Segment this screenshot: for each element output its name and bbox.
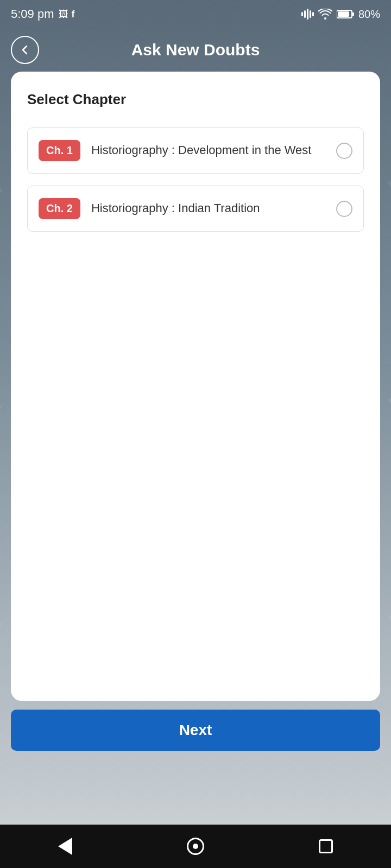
chapter-1-name: Historiography : Development in the West	[91, 142, 312, 159]
header: Ask New Doubts	[0, 28, 391, 72]
chapter-1-left: Ch. 1 Historiography : Development in th…	[39, 140, 336, 161]
svg-rect-2	[338, 11, 349, 17]
bottom-nav	[0, 825, 391, 868]
chapter-2-item[interactable]: Ch. 2 Historiography : Indian Tradition	[27, 186, 364, 232]
chapter-1-radio[interactable]	[336, 143, 352, 159]
next-button-container: Next	[0, 701, 391, 760]
svg-rect-1	[352, 12, 354, 16]
battery-percent: 80%	[358, 8, 380, 21]
back-nav-button[interactable]	[49, 830, 81, 863]
main-card: Select Chapter Ch. 1 Historiography : De…	[11, 72, 380, 701]
battery-icon	[337, 9, 354, 19]
vibrate-icon	[301, 9, 314, 20]
chapter-2-name: Historiography : Indian Tradition	[91, 200, 260, 217]
next-button[interactable]: Next	[11, 710, 380, 751]
select-chapter-heading: Select Chapter	[27, 91, 364, 108]
wifi-icon	[318, 9, 332, 20]
status-time: 5:09 pm	[11, 7, 54, 21]
recent-nav-button[interactable]	[310, 830, 342, 863]
chapter-1-item[interactable]: Ch. 1 Historiography : Development in th…	[27, 127, 364, 174]
screenshot-icon: 🖼	[59, 9, 68, 20]
status-bar: 5:09 pm 🖼 f	[0, 0, 391, 28]
chapter-2-badge: Ch. 2	[39, 198, 80, 219]
chapter-2-left: Ch. 2 Historiography : Indian Tradition	[39, 198, 336, 219]
facebook-icon: f	[72, 9, 75, 20]
back-button[interactable]	[11, 36, 39, 64]
chapter-1-badge: Ch. 1	[39, 140, 80, 161]
page-title: Ask New Doubts	[39, 41, 352, 59]
chapter-2-radio[interactable]	[336, 201, 352, 217]
home-nav-button[interactable]	[179, 830, 212, 863]
